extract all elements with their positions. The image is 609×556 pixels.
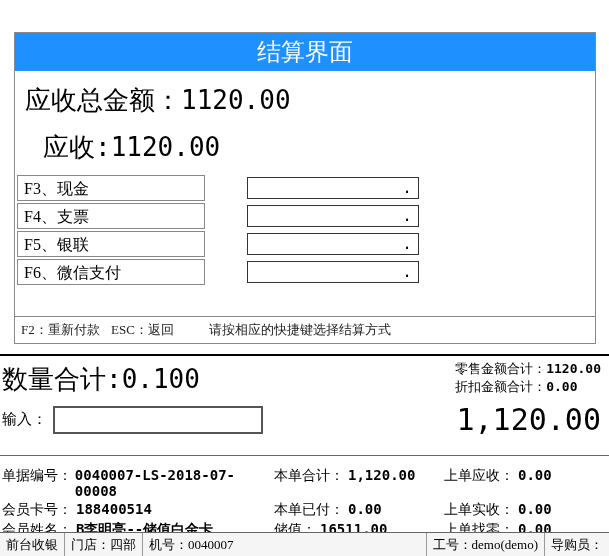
settlement-panel: 结算界面 应收总金额：1120.00 应收:1120.00 F3、现金 . F4…: [14, 32, 596, 344]
right-totals: 零售金额合计：1120.00 折扣金额合计：0.00: [455, 360, 601, 396]
member-card-value: 188400514: [76, 501, 152, 519]
last-due-value: 0.00: [518, 467, 552, 499]
total-due-label: 应收总金额：: [25, 85, 181, 115]
pay-label-cash: F3、现金: [17, 175, 205, 201]
input-label: 输入：: [2, 410, 47, 429]
pay-row-wechat: F6、微信支付 .: [17, 259, 595, 285]
discount-total-value: 0.00: [546, 379, 577, 394]
order-no-value: 0040007-LS-2018-07-00008: [75, 467, 274, 499]
status-bar: 前台收银 门店：四部 机号：0040007 工号：demo(demo) 导购员：: [0, 532, 609, 556]
pay-input-unionpay[interactable]: .: [247, 233, 419, 255]
main-input[interactable]: [53, 406, 263, 434]
pay-label-wechat: F6、微信支付: [17, 259, 205, 285]
retail-total-value: 1120.00: [546, 361, 601, 376]
retail-total-label: 零售金额合计：: [455, 361, 546, 376]
qty-value: 0.100: [122, 364, 200, 394]
summary-row: 数量合计:0.100 零售金额合计：1120.00 折扣金额合计：0.00: [0, 354, 609, 405]
last-due-label: 上单应收：: [444, 467, 518, 499]
last-actual-value: 0.00: [518, 501, 552, 519]
qty-label: 数量合计:: [2, 364, 122, 394]
status-terminal-value: 0040007: [188, 537, 234, 552]
hint-repay: F2：重新付款: [21, 321, 111, 339]
order-no-label: 单据编号：: [2, 467, 75, 499]
this-total-label: 本单合计：: [274, 467, 348, 499]
pay-input-cash[interactable]: .: [247, 177, 419, 199]
member-card-label: 会员卡号：: [2, 501, 76, 519]
input-row: 输入： 1,120.00: [0, 400, 609, 443]
status-store: 门店：四部: [65, 533, 143, 556]
discount-total-label: 折扣金额合计：: [455, 379, 546, 394]
status-emp: 工号：demo(demo): [427, 533, 545, 556]
status-guide: 导购员：: [545, 533, 609, 556]
due-value: 1120.00: [111, 132, 221, 162]
status-store-value: 四部: [110, 537, 136, 552]
pay-label-cheque: F4、支票: [17, 203, 205, 229]
pay-label-unionpay: F5、银联: [17, 231, 205, 257]
last-actual-label: 上单实收：: [444, 501, 518, 519]
status-guide-label: 导购员：: [551, 537, 603, 552]
due-label: 应收:: [43, 132, 111, 162]
this-paid-label: 本单已付：: [274, 501, 348, 519]
status-store-label: 门店：: [71, 537, 110, 552]
hint-prompt: 请按相应的快捷键选择结算方式: [209, 321, 589, 339]
pay-input-cheque[interactable]: .: [247, 205, 419, 227]
pay-input-wechat[interactable]: .: [247, 261, 419, 283]
this-total-value: 1,120.00: [348, 467, 415, 499]
total-due-row: 应收总金额：1120.00: [15, 71, 595, 122]
panel-title: 结算界面: [15, 33, 595, 71]
hint-esc: ESC：返回: [111, 321, 209, 339]
status-emp-value: demo(demo): [472, 537, 538, 552]
pay-row-cheque: F4、支票 .: [17, 203, 595, 229]
this-paid-value: 0.00: [348, 501, 382, 519]
status-terminal: 机号：0040007: [143, 533, 427, 556]
panel-footer: F2：重新付款 ESC：返回 请按相应的快捷键选择结算方式: [15, 316, 595, 343]
grand-total: 1,120.00: [457, 402, 602, 437]
pay-row-unionpay: F5、银联 .: [17, 231, 595, 257]
order-detail: 单据编号： 0040007-LS-2018-07-00008 本单合计： 1,1…: [0, 466, 609, 540]
divider: [0, 455, 609, 456]
status-pos: 前台收银: [0, 533, 65, 556]
status-terminal-label: 机号：: [149, 537, 188, 552]
total-due-value: 1120.00: [181, 85, 291, 115]
status-emp-label: 工号：: [433, 537, 472, 552]
pay-row-cash: F3、现金 .: [17, 175, 595, 201]
qty-total: 数量合计:0.100: [0, 362, 200, 397]
payment-methods: F3、现金 . F4、支票 . F5、银联 . F6、微信支付 .: [15, 175, 595, 285]
due-row: 应收:1120.00: [15, 122, 595, 175]
